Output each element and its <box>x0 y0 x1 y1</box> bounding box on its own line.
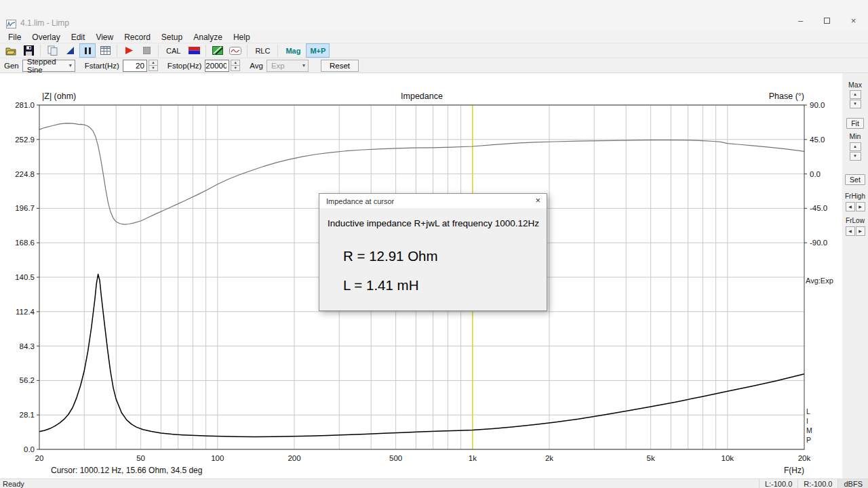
flag-button[interactable] <box>186 43 202 58</box>
save-button[interactable] <box>20 43 37 58</box>
fstop-input[interactable] <box>205 60 229 72</box>
save-icon <box>24 45 34 56</box>
z-axis-tick-label: 28.1 <box>20 411 35 419</box>
z-axis-tick-label: 281.0 <box>15 101 35 109</box>
fit-button[interactable]: Fit <box>846 118 864 129</box>
frlow-right-button[interactable]: ▶ <box>856 226 865 236</box>
maximize-button[interactable] <box>814 12 840 28</box>
freq-axis-tick-label: 10k <box>722 454 734 462</box>
toolbar-separator <box>277 45 278 57</box>
z-axis-tick-label: 224.8 <box>15 170 35 178</box>
fstart-input[interactable] <box>123 60 147 72</box>
open-button[interactable] <box>3 43 19 58</box>
frhigh-right-button[interactable]: ▶ <box>856 202 865 211</box>
freq-axis-tick-label: 500 <box>389 454 402 462</box>
cursor-readout: Cursor: 1000.12 Hz, 15.66 Ohm, 34.5 deg <box>51 466 202 475</box>
chart-area: 281.0252.9224.8196.7168.6140.5112.484.35… <box>0 73 868 479</box>
phase-axis-labels: 90.045.00.0-45.0-90.0 <box>804 101 827 247</box>
window-title: 4.1.lim - Limp <box>20 18 69 28</box>
frlow-label: FrLow <box>846 217 865 224</box>
z-axis-tick-label: 168.6 <box>15 239 35 247</box>
min-down-button[interactable]: ▼ <box>850 152 861 161</box>
maximize-icon <box>824 18 830 24</box>
dialog-title: Impedance at cursor <box>326 197 394 205</box>
overlay-button[interactable] <box>62 43 78 58</box>
chevron-down-icon: ▾ <box>69 62 72 68</box>
toolbar-separator <box>117 45 117 57</box>
freq-axis-tick-label: 20k <box>798 454 811 462</box>
freq-axis-tick-label: 1k <box>469 454 477 462</box>
generator-select-value: Stepped Sine <box>27 58 65 74</box>
z-axis-tick-label: 56.2 <box>20 376 35 384</box>
freq-axis-tick-label: 100 <box>211 454 224 462</box>
phase-axis-tick-label: -45.0 <box>810 204 827 212</box>
fstop-down-button[interactable]: ▼ <box>231 65 240 71</box>
phase-axis-tick-label: -90.0 <box>810 239 827 247</box>
table-icon <box>100 46 111 55</box>
scale-control-panel: Max ▲ ▼ Fit Min ▲ ▼ Set FrHigh ◀ ▶ FrLow… <box>842 73 868 479</box>
min-up-button[interactable]: ▲ <box>850 142 861 151</box>
min-label: Min <box>850 132 861 140</box>
left-channel-level: L:-100.0 <box>759 479 797 488</box>
z-axis-tick-label: 140.5 <box>15 273 35 281</box>
z-axis-tick-label: 0.0 <box>24 445 35 453</box>
frlow-left-button[interactable]: ◀ <box>846 226 855 236</box>
menu-view[interactable]: View <box>90 33 119 42</box>
fstart-down-button[interactable]: ▼ <box>149 65 158 71</box>
z-axis-tick-label: 252.9 <box>15 136 35 144</box>
play-button[interactable] <box>121 43 137 58</box>
phase-axis-tick-label: 90.0 <box>810 101 825 109</box>
averaging-note: Avg:Exp <box>806 277 833 285</box>
menu-help[interactable]: Help <box>228 33 256 42</box>
menu-setup[interactable]: Setup <box>156 33 188 42</box>
pause-icon <box>84 47 92 55</box>
freq-axis-labels: 20501002005001k2k5k10k20k <box>35 454 811 462</box>
close-button[interactable]: × <box>840 12 867 28</box>
z-axis-tick-label: 84.3 <box>20 342 35 350</box>
mag-phase-button[interactable]: M+P <box>306 43 330 58</box>
left-axis-title: |Z| (ohm) <box>42 92 76 101</box>
menu-record[interactable]: Record <box>119 33 156 42</box>
frhigh-left-button[interactable]: ◀ <box>846 202 855 211</box>
toolbar-separator <box>158 45 159 57</box>
phase-axis-tick-label: 0.0 <box>810 170 821 178</box>
reset-button[interactable]: Reset <box>321 60 359 72</box>
max-down-button[interactable]: ▼ <box>850 100 861 108</box>
toolbar: CAL RLC Mag M+P <box>0 43 868 58</box>
avg-select[interactable]: Exp▾ <box>267 60 309 72</box>
set-button[interactable]: Set <box>845 174 865 185</box>
toolbar-separator <box>205 45 206 57</box>
dialog-title-bar[interactable]: Impedance at cursor × <box>319 194 547 208</box>
frhigh-label: FrHigh <box>845 192 865 200</box>
freq-axis-tick-label: 20 <box>35 454 44 462</box>
freq-axis-tick-label: 50 <box>136 454 145 462</box>
status-bar: Ready L:-100.0 R:-100.0 dBFS <box>0 479 868 488</box>
right-channel-level: R:-100.0 <box>797 479 837 488</box>
phase-axis-tick-label: 45.0 <box>810 136 825 144</box>
pause-button[interactable] <box>79 43 96 58</box>
generator-icon <box>212 46 223 55</box>
mag-button[interactable]: Mag <box>281 43 304 58</box>
copy-button[interactable] <box>44 43 60 58</box>
menu-overlay[interactable]: Overlay <box>26 33 65 42</box>
scope-icon <box>229 47 241 55</box>
rlc-button[interactable]: RLC <box>251 43 274 58</box>
fstart-label: Fstart(Hz) <box>85 62 119 70</box>
menu-edit[interactable]: Edit <box>66 33 91 42</box>
cal-button[interactable]: CAL <box>162 43 184 58</box>
level-unit: dBFS <box>837 479 868 488</box>
menu-file[interactable]: File <box>3 33 26 42</box>
z-axis-tick-label: 196.7 <box>15 204 35 212</box>
generator-button[interactable] <box>210 43 226 58</box>
minimize-button[interactable]: – <box>787 12 814 28</box>
max-up-button[interactable]: ▲ <box>850 90 861 99</box>
generator-select[interactable]: Stepped Sine▾ <box>22 60 75 72</box>
freq-axis-tick-label: 2k <box>545 454 553 462</box>
scope-button[interactable] <box>227 43 243 58</box>
flag-icon <box>189 47 200 54</box>
fstop-label: Fstop(Hz) <box>167 62 201 70</box>
menu-analyze[interactable]: Analyze <box>188 33 228 42</box>
dialog-close-button[interactable]: × <box>535 195 540 205</box>
table-button[interactable] <box>97 43 113 58</box>
stop-button[interactable] <box>138 43 155 58</box>
